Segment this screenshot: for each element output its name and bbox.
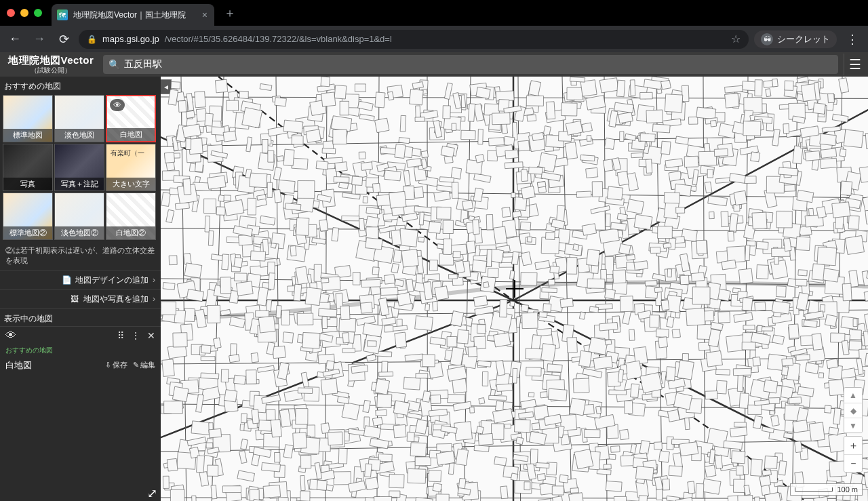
app-header: 地理院地図Vector （試験公開） 🔍 ☰ <box>0 52 868 77</box>
svg-rect-1033 <box>865 132 868 149</box>
svg-rect-1698 <box>783 238 791 251</box>
incognito-indicator[interactable]: 🕶 シークレット <box>754 31 837 48</box>
map-style-white-2[interactable]: 白地図② <box>106 193 156 240</box>
svg-rect-1093 <box>772 335 785 344</box>
svg-rect-1307 <box>248 198 256 215</box>
active-layer-row[interactable]: 白地図 ⇩保存 ✎編集 <box>0 357 161 374</box>
svg-rect-1597 <box>250 251 265 261</box>
search-field[interactable]: 🔍 <box>103 55 838 74</box>
svg-rect-469 <box>797 77 808 83</box>
svg-rect-769 <box>667 409 679 422</box>
window-minimize-button[interactable] <box>20 9 28 17</box>
svg-rect-1227 <box>599 322 618 331</box>
svg-rect-1301 <box>435 286 449 300</box>
svg-rect-1344 <box>389 491 400 497</box>
svg-rect-1062 <box>260 216 275 225</box>
add-layer-row[interactable]: 🖼 地図や写真を追加 › <box>0 289 161 308</box>
svg-rect-873 <box>630 80 635 96</box>
svg-rect-384 <box>844 129 863 148</box>
back-button[interactable]: ← <box>5 30 24 49</box>
zoom-out-button[interactable]: － <box>844 454 862 472</box>
svg-rect-1512 <box>573 244 579 251</box>
svg-rect-966 <box>342 333 349 343</box>
reload-button[interactable]: ⟳ <box>54 30 73 49</box>
svg-rect-714 <box>207 305 220 323</box>
svg-rect-667 <box>627 199 644 214</box>
svg-rect-1539 <box>494 226 507 244</box>
browser-menu-button[interactable]: ⋮ <box>842 32 863 47</box>
svg-rect-1135 <box>521 186 535 199</box>
bookmark-star-icon[interactable]: ☆ <box>731 33 741 45</box>
browser-tab[interactable]: 🗺 地理院地図Vector｜国土地理院 × <box>52 4 214 26</box>
new-tab-button[interactable]: ＋ <box>224 5 236 21</box>
layer-edit-button[interactable]: ✎編集 <box>133 360 155 370</box>
forward-button[interactable]: → <box>30 30 49 49</box>
svg-rect-1020 <box>840 181 852 195</box>
map-style-large-text[interactable]: 大きい文字 <box>106 144 156 191</box>
scale-bar: 100 m <box>790 483 863 496</box>
layer-move-button[interactable]: ⠿ <box>117 330 124 341</box>
svg-rect-909 <box>772 79 778 87</box>
toggle-visibility-button[interactable]: 👁 <box>5 329 16 342</box>
svg-rect-1409 <box>361 279 380 287</box>
svg-rect-1616 <box>258 316 275 333</box>
svg-rect-1503 <box>582 224 596 236</box>
svg-rect-1269 <box>552 486 564 495</box>
svg-rect-682 <box>766 89 771 97</box>
map-style-pale-2[interactable]: 淡色地図② <box>54 193 104 240</box>
svg-rect-1608 <box>220 277 231 294</box>
zoom-in-button[interactable]: ＋ <box>844 437 862 454</box>
svg-rect-1554 <box>297 313 313 325</box>
svg-rect-1439 <box>574 449 593 468</box>
svg-rect-1615 <box>745 245 750 261</box>
window-maximize-button[interactable] <box>34 9 42 17</box>
svg-rect-820 <box>322 148 336 154</box>
search-input[interactable] <box>124 59 833 70</box>
map-style-standard-2[interactable]: 標準地図② <box>3 193 53 240</box>
svg-rect-923 <box>821 158 837 168</box>
svg-rect-1008 <box>559 475 568 483</box>
svg-rect-1320 <box>256 310 269 317</box>
svg-rect-1132 <box>654 287 663 293</box>
svg-rect-1080 <box>592 182 603 197</box>
tab-close-button[interactable]: × <box>202 9 208 20</box>
map-style-white[interactable]: 👁 白地図 <box>106 95 156 142</box>
map-style-pale[interactable]: 淡色地図 <box>54 95 104 142</box>
layer-info-button[interactable]: ⋮ <box>131 330 140 341</box>
add-map-design-row[interactable]: 📄 地図デザインの追加 › <box>0 270 161 289</box>
svg-rect-1673 <box>692 287 710 304</box>
svg-rect-1693 <box>472 260 487 273</box>
svg-rect-1689 <box>292 136 303 144</box>
map-style-standard[interactable]: 標準地図 <box>3 95 53 142</box>
svg-rect-552 <box>734 313 753 323</box>
window-close-button[interactable] <box>7 9 15 17</box>
svg-rect-1629 <box>296 218 309 235</box>
svg-rect-834 <box>290 245 296 256</box>
svg-rect-1446 <box>573 378 589 393</box>
svg-rect-765 <box>645 281 657 286</box>
svg-rect-1158 <box>331 116 351 132</box>
svg-rect-1226 <box>715 455 722 468</box>
app-title[interactable]: 地理院地図Vector （試験公開） <box>4 55 98 74</box>
svg-rect-1396 <box>724 441 743 449</box>
svg-rect-1538 <box>686 308 705 326</box>
map-style-photo[interactable]: 写真 <box>3 144 53 191</box>
svg-rect-752 <box>620 132 624 142</box>
svg-rect-1532 <box>514 420 530 433</box>
svg-rect-712 <box>208 231 213 245</box>
layer-remove-button[interactable]: ✕ <box>147 330 155 341</box>
svg-rect-353 <box>262 139 268 153</box>
map-style-photo-annot[interactable]: 写真＋注記 <box>54 144 104 191</box>
pitch-up-button[interactable]: ▲ <box>844 388 862 403</box>
map-canvas[interactable]: ◂ ▲ ◆ ▼ ＋ － 100 m <box>161 77 868 501</box>
app-menu-button[interactable]: ☰ <box>844 54 865 75</box>
compass-button[interactable]: ◆ <box>844 403 862 418</box>
svg-rect-1513 <box>591 205 610 214</box>
layer-save-button[interactable]: ⇩保存 <box>105 360 127 370</box>
address-bar[interactable]: 🔒 maps.gsi.go.jp/vector/#15/35.626484/13… <box>79 30 749 49</box>
pitch-down-button[interactable]: ▼ <box>844 418 862 433</box>
svg-rect-1459 <box>366 207 380 215</box>
sidebar-expand-icon[interactable]: ⤢ <box>147 486 159 498</box>
svg-rect-956 <box>224 195 231 201</box>
svg-rect-1545 <box>271 243 276 248</box>
